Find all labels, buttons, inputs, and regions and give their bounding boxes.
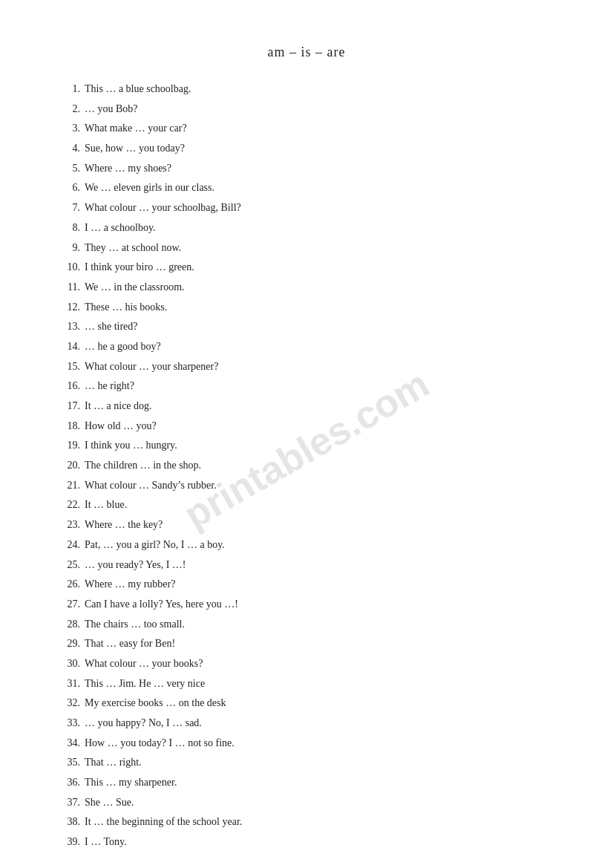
item-text: How … you today? I … not so fine. xyxy=(85,735,235,751)
list-item: 11.We … in the classroom. xyxy=(59,279,554,296)
list-item: 20.The children … in the shop. xyxy=(59,457,554,474)
item-text: I … Tony. xyxy=(85,834,127,850)
item-text: The children … in the shop. xyxy=(85,457,201,474)
item-text: My exercise books … on the desk xyxy=(85,695,226,711)
item-text: These … his books. xyxy=(85,299,167,316)
list-item: 19.I think you … hungry. xyxy=(59,437,554,454)
item-number: 29. xyxy=(59,636,80,652)
item-number: 19. xyxy=(59,437,80,454)
item-number: 3. xyxy=(59,120,80,137)
page-title: am – is – are xyxy=(59,45,554,60)
item-number: 17. xyxy=(59,398,80,414)
item-number: 13. xyxy=(59,319,80,335)
list-item: 31.This … Jim. He … very nice xyxy=(59,676,554,692)
item-number: 24. xyxy=(59,537,80,553)
item-text: They … at school now. xyxy=(85,240,181,256)
item-number: 38. xyxy=(59,814,80,830)
item-number: 31. xyxy=(59,676,80,692)
item-number: 33. xyxy=(59,715,80,731)
item-text: … you happy? No, I … sad. xyxy=(85,715,202,731)
item-text: The chairs … too small. xyxy=(85,616,185,633)
item-text: It … blue. xyxy=(85,497,127,513)
list-item: 13.… she tired? xyxy=(59,319,554,335)
item-text: She … Sue. xyxy=(85,794,134,811)
item-text: What colour … your books? xyxy=(85,656,203,672)
list-item: 5.Where … my shoes? xyxy=(59,160,554,177)
item-text: … you Bob? xyxy=(85,101,138,117)
item-text: This … a blue schoolbag. xyxy=(85,81,191,97)
item-number: 20. xyxy=(59,457,80,474)
item-text: This … Jim. He … very nice xyxy=(85,676,205,692)
item-number: 16. xyxy=(59,378,80,394)
item-number: 22. xyxy=(59,497,80,513)
list-item: 26.Where … my rubber? xyxy=(59,576,554,593)
list-item: 3.What make … your car? xyxy=(59,120,554,137)
list-item: 25.… you ready? Yes, I …! xyxy=(59,557,554,573)
list-item: 1.This … a blue schoolbag. xyxy=(59,81,554,97)
item-number: 25. xyxy=(59,557,80,573)
list-item: 9.They … at school now. xyxy=(59,240,554,256)
exercise-list: 1.This … a blue schoolbag.2.… you Bob?3.… xyxy=(59,81,554,850)
list-item: 36.This … my sharpener. xyxy=(59,774,554,791)
item-number: 36. xyxy=(59,774,80,791)
item-number: 28. xyxy=(59,616,80,633)
item-number: 7. xyxy=(59,200,80,216)
list-item: 32.My exercise books … on the desk xyxy=(59,695,554,711)
item-text: What make … your car? xyxy=(85,120,187,137)
item-number: 14. xyxy=(59,339,80,355)
item-text: I think your biro … green. xyxy=(85,259,194,275)
list-item: 2.… you Bob? xyxy=(59,101,554,117)
item-number: 23. xyxy=(59,517,80,533)
list-item: 39.I … Tony. xyxy=(59,834,554,850)
item-text: Can I have a lolly? Yes, here you …! xyxy=(85,596,238,613)
item-number: 6. xyxy=(59,180,80,196)
item-number: 8. xyxy=(59,220,80,236)
list-item: 23.Where … the key? xyxy=(59,517,554,533)
item-number: 39. xyxy=(59,834,80,850)
list-item: 16.… he right? xyxy=(59,378,554,394)
item-text: Where … the key? xyxy=(85,517,163,533)
item-number: 4. xyxy=(59,140,80,157)
list-item: 34.How … you today? I … not so fine. xyxy=(59,735,554,751)
item-number: 30. xyxy=(59,656,80,672)
item-text: Pat, … you a girl? No, I … a boy. xyxy=(85,537,225,553)
item-number: 32. xyxy=(59,695,80,711)
item-text: … he a good boy? xyxy=(85,339,161,355)
list-item: 8.I … a schoolboy. xyxy=(59,220,554,236)
item-text: Where … my rubber? xyxy=(85,576,175,593)
list-item: 38.It … the beginning of the school year… xyxy=(59,814,554,830)
list-item: 35.That … right. xyxy=(59,754,554,771)
item-text: It … the beginning of the school year. xyxy=(85,814,242,830)
item-number: 9. xyxy=(59,240,80,256)
item-text: I think you … hungry. xyxy=(85,437,177,454)
item-text: How old … you? xyxy=(85,418,157,434)
item-number: 26. xyxy=(59,576,80,593)
item-text: Sue, how … you today? xyxy=(85,140,185,157)
list-item: 22.It … blue. xyxy=(59,497,554,513)
item-number: 11. xyxy=(59,279,80,296)
list-item: 30.What colour … your books? xyxy=(59,656,554,672)
list-item: 6.We … eleven girls in our class. xyxy=(59,180,554,196)
list-item: 21.What colour … Sandy’s rubber. xyxy=(59,477,554,494)
item-number: 37. xyxy=(59,794,80,811)
list-item: 10.I think your biro … green. xyxy=(59,259,554,275)
item-text: We … in the classroom. xyxy=(85,279,185,296)
list-item: 14.… he a good boy? xyxy=(59,339,554,355)
list-item: 12.These … his books. xyxy=(59,299,554,316)
item-number: 21. xyxy=(59,477,80,494)
item-text: … you ready? Yes, I …! xyxy=(85,557,186,573)
list-item: 18.How old … you? xyxy=(59,418,554,434)
item-number: 12. xyxy=(59,299,80,316)
item-text: We … eleven girls in our class. xyxy=(85,180,214,196)
item-text: That … easy for Ben! xyxy=(85,636,175,652)
item-number: 10. xyxy=(59,259,80,275)
item-number: 18. xyxy=(59,418,80,434)
item-text: That … right. xyxy=(85,754,142,771)
item-text: It … a nice dog. xyxy=(85,398,152,414)
item-number: 1. xyxy=(59,81,80,97)
item-number: 27. xyxy=(59,596,80,613)
list-item: 27.Can I have a lolly? Yes, here you …! xyxy=(59,596,554,613)
list-item: 7.What colour … your schoolbag, Bill? xyxy=(59,200,554,216)
item-text: What colour … your sharpener? xyxy=(85,359,218,375)
item-text: What colour … your schoolbag, Bill? xyxy=(85,200,241,216)
